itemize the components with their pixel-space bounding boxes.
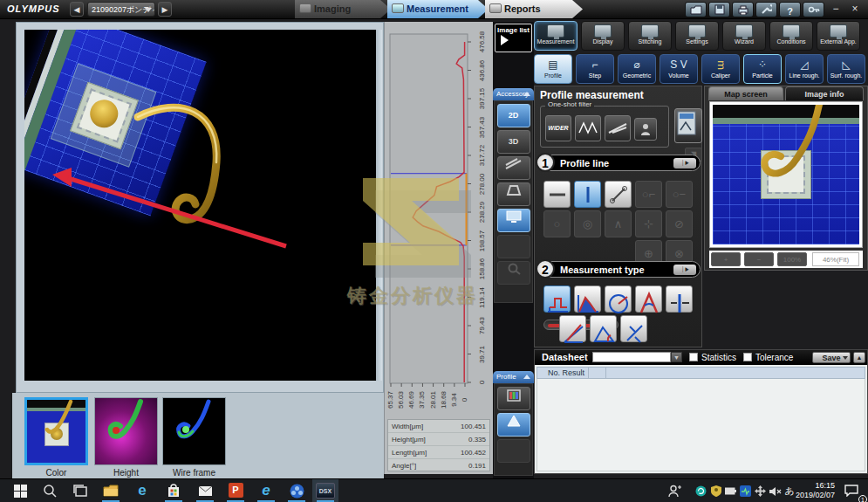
thumbnail-height[interactable]: [94, 397, 158, 465]
view-angle-button[interactable]: [497, 182, 530, 206]
collapse-datasheet-button[interactable]: ▲: [853, 352, 865, 363]
line-horizontal-button[interactable]: [543, 181, 571, 208]
save-button[interactable]: Save: [812, 352, 851, 363]
auto-filter-button[interactable]: [634, 118, 657, 141]
measure-slope-angle-button[interactable]: [559, 315, 586, 342]
mode-geometric-button[interactable]: ⌀Geometric: [618, 54, 656, 84]
color-layers-button[interactable]: [497, 387, 530, 410]
image-list-button[interactable]: Image list: [495, 24, 532, 52]
update-tray-icon[interactable]: [694, 479, 708, 502]
mode-volume-button[interactable]: S VVolume: [660, 54, 698, 84]
measure-width-button[interactable]: [666, 285, 693, 313]
tab-imaging[interactable]: Imaging: [295, 0, 391, 18]
key-button[interactable]: [803, 2, 824, 17]
close-button[interactable]: ×: [846, 1, 864, 17]
mode-profile-button[interactable]: ▤Profile: [534, 54, 572, 84]
measure-angle-button[interactable]: [635, 285, 662, 313]
minimize-button[interactable]: −: [827, 1, 844, 17]
view-3d-settings-button[interactable]: 3D: [497, 130, 530, 154]
start-button[interactable]: [7, 479, 33, 502]
measure-distance-button[interactable]: [620, 315, 647, 342]
help-button[interactable]: ?: [779, 2, 801, 17]
tab-reports[interactable]: Reports: [485, 0, 583, 18]
battery-tray-icon[interactable]: [723, 479, 738, 502]
tab-map-screen[interactable]: Map screen: [708, 86, 783, 100]
measure-step-button[interactable]: [543, 285, 571, 313]
measure-circle-button[interactable]: [605, 285, 632, 313]
mode-step-button[interactable]: ⌐Step: [576, 54, 614, 84]
ribbon-external-app-button[interactable]: External App.: [817, 21, 860, 51]
view-2d-button[interactable]: 2D: [497, 104, 530, 127]
ribbon-wizard-button[interactable]: Wizard: [722, 21, 766, 51]
ribbon-settings-button[interactable]: Settings: [675, 21, 719, 51]
waveform-filter-button[interactable]: [575, 115, 601, 141]
measure-area-button[interactable]: [574, 285, 601, 313]
line-free-button[interactable]: [605, 181, 632, 208]
y-tick-label: 476.58: [478, 26, 487, 58]
3d-surface-button[interactable]: [497, 413, 530, 437]
clock[interactable]: 16:15 2019/02/07: [789, 481, 835, 500]
ribbon-measurement-button[interactable]: Measurement: [534, 21, 578, 51]
profile-settings-button[interactable]: [674, 108, 702, 143]
y-tick-label: 397.15: [478, 83, 487, 114]
notification-button[interactable]: 1: [839, 479, 864, 502]
mode-caliper-button[interactable]: ᴟCaliper: [701, 54, 740, 84]
tilt-correction-button[interactable]: [497, 156, 530, 180]
search-button[interactable]: [37, 479, 63, 502]
tools-button[interactable]: [755, 2, 777, 17]
result-table-body[interactable]: [537, 379, 865, 471]
next-file-button[interactable]: ▶: [158, 2, 172, 17]
ribbon-stitching-button[interactable]: Stitching: [628, 21, 672, 51]
measurement-line[interactable]: [68, 178, 286, 246]
statistics-checkbox[interactable]: [689, 353, 698, 361]
save-button[interactable]: [708, 2, 730, 17]
print-button[interactable]: [732, 2, 754, 17]
3d-image-canvas[interactable]: [24, 30, 377, 381]
image-vertical-scrollbar[interactable]: [376, 30, 382, 381]
thumbnail-color[interactable]: [24, 397, 88, 465]
mode-particle-button[interactable]: ⁘Particle: [743, 54, 782, 84]
tilt-filter-button[interactable]: [605, 115, 631, 141]
zoom-fit-field[interactable]: 46%(Fit): [812, 252, 859, 266]
task-view-button[interactable]: [67, 479, 93, 502]
gear-icon: [783, 24, 800, 38]
tab-image-info[interactable]: Image info: [785, 86, 864, 100]
security-tray-icon[interactable]: [708, 479, 723, 502]
prev-file-button[interactable]: ◀: [70, 2, 84, 17]
measure-triangle-angle-button[interactable]: [590, 315, 617, 342]
map-image[interactable]: [713, 105, 859, 244]
internet-explorer-button[interactable]: e: [253, 479, 279, 502]
section-expand-button[interactable]: ᛁ▶: [673, 265, 696, 275]
ribbon-conditions-button[interactable]: Conditions: [769, 21, 813, 51]
section-expand-button[interactable]: ᛁ▶: [673, 158, 696, 168]
monitor-view-button[interactable]: [497, 209, 530, 232]
open-folder-button[interactable]: [685, 2, 707, 17]
datasheet-dropdown-button[interactable]: ▼: [671, 352, 682, 362]
volume-muted-tray-icon[interactable]: [768, 479, 783, 502]
people-tray-button[interactable]: [663, 479, 686, 502]
powerpoint-button[interactable]: P: [222, 479, 249, 502]
magnifier-icon: [506, 262, 522, 276]
tab-measurement[interactable]: Measurement: [387, 0, 489, 18]
mode-line-roughness-button[interactable]: ◿Line rough.: [785, 54, 824, 84]
dsx-app-button[interactable]: DSX: [312, 479, 338, 502]
profile-plot-svg[interactable]: [389, 29, 471, 390]
accessory-tab[interactable]: Accessory: [493, 88, 534, 100]
profile-disabled-button: [497, 439, 530, 463]
datasheet-dropdown[interactable]: [592, 352, 671, 362]
people-app-button[interactable]: [284, 479, 310, 502]
tolerance-checkbox[interactable]: [743, 353, 752, 361]
move-tray-icon[interactable]: [753, 479, 768, 502]
file-selector-dropdown[interactable]: 21090207ボンディン…: [87, 2, 155, 17]
wider-filter-button[interactable]: WiDER: [545, 115, 571, 141]
file-explorer-button[interactable]: [98, 479, 124, 502]
mode-surface-roughness-button[interactable]: ◺Surf. rough.: [827, 54, 865, 84]
store-button[interactable]: [161, 479, 187, 502]
thumbnail-wireframe[interactable]: [162, 397, 226, 465]
line-vertical-button[interactable]: [574, 181, 601, 208]
profile-side-tab[interactable]: Profile: [493, 371, 534, 383]
edge-browser-button[interactable]: e: [129, 479, 155, 502]
mail-button[interactable]: [192, 479, 218, 502]
activity-tray-icon[interactable]: [738, 479, 753, 502]
ribbon-display-button[interactable]: Display: [581, 21, 625, 51]
